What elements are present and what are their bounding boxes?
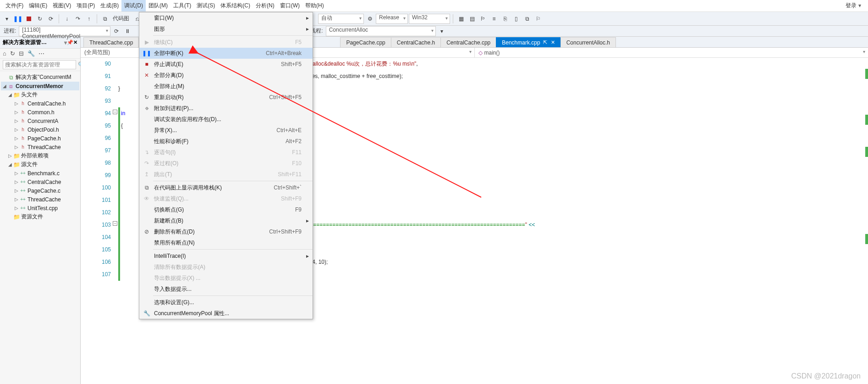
process-pause-icon[interactable]: ⏸	[122, 26, 132, 36]
menu-arch[interactable]: 体系结构(C)	[218, 0, 253, 11]
process-select[interactable]: [11180] ConcurrentMemoryPool…	[19, 26, 110, 36]
menu-label: IntelliTrace(I)	[152, 253, 302, 259]
tab-pagecache[interactable]: PageCache.cpp	[340, 37, 391, 47]
menu-item[interactable]: 新建断点(B)▸	[139, 215, 313, 226]
home-icon[interactable]: ⌂	[3, 50, 6, 57]
menu-icon: ✕	[141, 72, 152, 78]
tb-icon-6[interactable]: ▯	[511, 14, 521, 24]
tb-icon-8[interactable]: ⚐	[533, 14, 543, 24]
menu-item[interactable]: ❚❚全部中断(K)Ctrl+Alt+Break	[139, 48, 313, 59]
menu-team[interactable]: 团队(M)	[146, 0, 170, 11]
menu-item[interactable]: 导入数据提示...	[139, 284, 313, 295]
tab-concurrentalloc[interactable]: ConcurrentAlloc.h	[560, 37, 616, 47]
step-into-icon[interactable]: ↓	[62, 14, 72, 24]
tb-icon-4[interactable]: ≡	[489, 14, 499, 24]
close-icon[interactable]: ✕	[73, 39, 77, 45]
file-header[interactable]: ▷hThreadCache	[1, 143, 79, 151]
config-select[interactable]: Release	[376, 14, 408, 24]
step-over-icon[interactable]: ↷	[73, 14, 83, 24]
menu-item[interactable]: IntelliTrace(I)▸	[139, 250, 313, 262]
tb-icon-1[interactable]: ▦	[456, 14, 466, 24]
menu-item[interactable]: 🔧ConcurrentMemoryPool 属性...	[139, 308, 313, 319]
tb-icon-7[interactable]: ⧉	[522, 14, 532, 24]
menu-item[interactable]: 全部终止(M)	[139, 81, 313, 92]
menu-label: ConcurrentMemoryPool 属性...	[152, 310, 302, 317]
file-source[interactable]: ▷++PageCache.c	[1, 186, 79, 195]
file-source[interactable]: ▷++UnitTest.cpp	[1, 204, 79, 212]
tab-threadcache[interactable]: ThreadCache.cpp	[83, 37, 139, 47]
platform-select[interactable]: Win32	[409, 14, 450, 24]
menu-view[interactable]: 视图(V)	[50, 0, 74, 11]
fold-icon[interactable]: −	[113, 221, 117, 226]
process-refresh-icon[interactable]: ⟳	[111, 26, 121, 36]
toolbar-dropdown-icon[interactable]: ▾	[2, 14, 12, 24]
project-node[interactable]: ◢⧈ConcurrentMemor	[1, 82, 79, 90]
menu-item[interactable]: 窗口(W)▸	[139, 12, 313, 23]
stop-button[interactable]	[24, 14, 34, 24]
menu-item[interactable]: ⎆附加到进程(P)...	[139, 103, 313, 114]
menu-item[interactable]: ■停止调试(E)Shift+F5	[139, 59, 313, 70]
menu-tools[interactable]: 工具(T)	[170, 0, 194, 11]
menu-test[interactable]: 测试(S)	[194, 0, 218, 11]
thread-select[interactable]: ConcurrentAlloc	[326, 26, 436, 36]
menu-build[interactable]: 生成(B)	[98, 0, 121, 11]
file-header[interactable]: ▷hPageCache.h	[1, 134, 79, 143]
tab-benchmark[interactable]: Benchmark.cpp⇱✕	[496, 37, 560, 47]
method-select[interactable]: ◇main()	[475, 48, 868, 57]
file-header[interactable]: ▷hCommon.h	[1, 108, 79, 117]
menu-edit[interactable]: 编辑(E)	[26, 0, 50, 11]
menu-project[interactable]: 项目(P)	[74, 0, 98, 11]
tb-icon-3[interactable]: 🏳	[478, 14, 488, 24]
menu-file[interactable]: 文件(F)	[3, 0, 26, 11]
toolbar-gear-icon[interactable]: ⚙	[365, 14, 375, 24]
login-button[interactable]: 登录 ▾	[842, 0, 865, 11]
menu-item[interactable]: 切换断点(G)F9	[139, 204, 313, 215]
fold-icon[interactable]: −	[113, 110, 117, 114]
folder-resources[interactable]: ▷📁资源文件	[1, 212, 79, 221]
collapse-icon[interactable]: ⊟	[19, 50, 24, 57]
menu-item[interactable]: 禁用所有断点(N)	[139, 237, 313, 248]
solution-node[interactable]: ▷⧉解决方案"ConcurrentM	[1, 73, 79, 82]
folder-sources[interactable]: ◢📁源文件	[1, 160, 79, 169]
file-header[interactable]: ▷hConcurrentA	[1, 117, 79, 125]
tab-centralcache-h[interactable]: CentralCache.h	[391, 37, 441, 47]
file-source[interactable]: ▷++CentralCache	[1, 178, 79, 186]
folder-headers[interactable]: ◢📁头文件	[1, 90, 79, 99]
auto-select[interactable]: 自动	[318, 14, 364, 24]
menu-item[interactable]: 图形▸	[139, 23, 313, 34]
menu-debug[interactable]: 调试(D)	[121, 0, 146, 11]
menu-help[interactable]: 帮助(H)	[302, 0, 327, 11]
tab-centralcache-cpp[interactable]: CentralCache.cpp	[440, 37, 496, 47]
tb-icon-2[interactable]: ▤	[467, 14, 477, 24]
menu-item[interactable]: 异常(X)...Ctrl+Alt+E	[139, 125, 313, 136]
codemap-icon[interactable]: ⧉	[100, 14, 110, 24]
menu-item[interactable]: 选项和设置(G)...	[139, 297, 313, 308]
menu-item[interactable]: ⧉在代码图上显示调用堆栈(K)Ctrl+Shift+`	[139, 182, 313, 193]
step-out-icon[interactable]: ↑	[84, 14, 94, 24]
menu-item[interactable]: 调试安装的应用程序包(D)...	[139, 114, 313, 125]
menu-item[interactable]: ✕全部分离(D)	[139, 70, 313, 81]
refresh-button[interactable]: ⟳	[46, 14, 56, 24]
pin-icon[interactable]: ⇱	[543, 39, 547, 45]
folder-extern[interactable]: ▷📁外部依赖项	[1, 151, 79, 160]
restart-button[interactable]: ↻	[35, 14, 45, 24]
close-icon[interactable]: ✕	[551, 39, 555, 45]
file-source[interactable]: ▷++Benchmark.c	[1, 169, 79, 178]
menu-item[interactable]: 性能和诊断(F)Alt+F2	[139, 136, 313, 147]
file-header[interactable]: ▷hCentralCache.h	[1, 99, 79, 108]
menu-analyze[interactable]: 分析(N)	[253, 0, 277, 11]
menu-item[interactable]: ↻重新启动(R)Ctrl+Shift+F5	[139, 92, 313, 103]
file-header[interactable]: ▷hObjectPool.h	[1, 125, 79, 134]
menu-label: 性能和诊断(F)	[152, 138, 286, 145]
refresh-icon[interactable]: ↻	[10, 50, 15, 57]
thread-dd-icon[interactable]: ▾	[437, 26, 447, 36]
menu-window[interactable]: 窗口(W)	[277, 0, 302, 11]
tb-icon-5[interactable]: ⎘	[500, 14, 510, 24]
props-icon[interactable]: 🔧	[27, 50, 35, 57]
pause-button[interactable]: ❚❚	[13, 14, 23, 24]
more-icon[interactable]: ⋯	[38, 50, 44, 57]
pin-icon[interactable]: 📌	[67, 39, 73, 45]
file-source[interactable]: ▷++ThreadCache	[1, 195, 79, 204]
menu-item[interactable]: ⊘删除所有断点(D)Ctrl+Shift+F9	[139, 226, 313, 237]
search-input[interactable]	[3, 60, 76, 69]
